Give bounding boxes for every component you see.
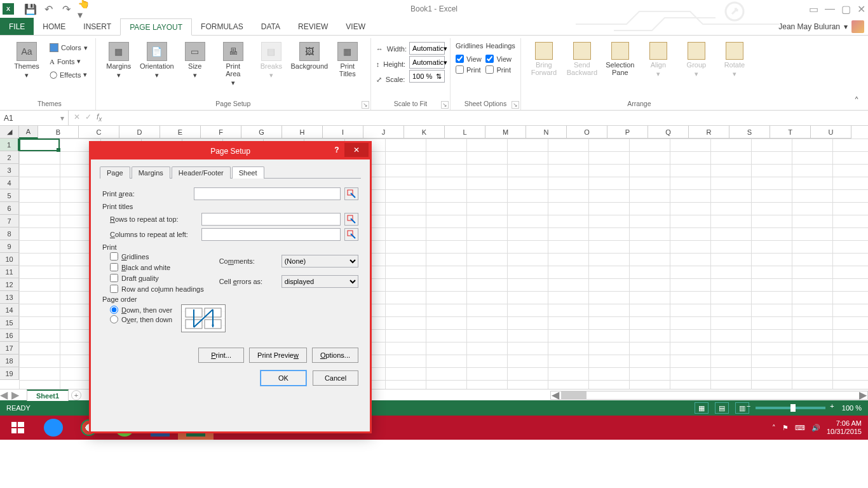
scaletofit-launcher[interactable]: ↘	[441, 101, 449, 109]
add-sheet-button[interactable]: +	[71, 390, 81, 400]
group-button[interactable]: Group▾	[679, 39, 714, 78]
row-header-6[interactable]: 6	[0, 202, 19, 215]
col-header-J[interactable]: J	[363, 126, 404, 139]
col-header-F[interactable]: F	[201, 126, 241, 139]
options-button[interactable]: Options...	[312, 348, 358, 363]
row-header-14[interactable]: 14	[0, 304, 19, 316]
col-header-N[interactable]: N	[526, 126, 567, 139]
cancel-formula-icon[interactable]: ✕	[74, 112, 80, 123]
colsrepeat-picker[interactable]	[344, 228, 358, 241]
select-all-corner[interactable]: ◢	[0, 126, 19, 139]
qat-redo-icon[interactable]: ↷	[61, 4, 71, 14]
qat-save-icon[interactable]: 💾	[25, 4, 36, 14]
col-header-O[interactable]: O	[567, 126, 607, 139]
col-header-E[interactable]: E	[160, 126, 201, 139]
tab-nav-next-icon[interactable]: ▶	[11, 389, 19, 401]
taskbar-app1[interactable]	[36, 416, 71, 440]
col-header-R[interactable]: R	[689, 126, 729, 139]
printpreview-button[interactable]: Print Preview	[249, 348, 307, 363]
rotate-button[interactable]: Rotate▾	[717, 39, 752, 78]
overdown-radio[interactable]: Over, then down	[110, 315, 172, 323]
row-header-8[interactable]: 8	[0, 227, 19, 240]
col-header-G[interactable]: G	[241, 126, 282, 139]
col-header-D[interactable]: D	[119, 126, 160, 139]
themes-button[interactable]: Aa Themes▾	[9, 39, 44, 79]
margins-button[interactable]: ▦Margins▾	[101, 39, 137, 79]
row-header-15[interactable]: 15	[0, 316, 19, 329]
scroll-right-icon[interactable]: ▶	[858, 391, 867, 400]
gridlines-view-checkbox[interactable]: View	[456, 55, 483, 63]
tab-home[interactable]: HOME	[34, 18, 74, 35]
zoom-slider[interactable]	[756, 407, 825, 409]
qat-undo-icon[interactable]: ↶	[43, 4, 53, 14]
dialog-titlebar[interactable]: Page Setup ? ✕	[91, 143, 370, 159]
col-header-M[interactable]: M	[485, 126, 526, 139]
dlg-tab-page[interactable]: Page	[100, 166, 130, 179]
col-header-I[interactable]: I	[323, 126, 363, 139]
col-header-A[interactable]: A	[19, 126, 38, 139]
breaks-button[interactable]: ▤Breaks▾	[254, 39, 289, 79]
ribbon-options-icon[interactable]: ▭	[809, 3, 818, 15]
row-header-12[interactable]: 12	[0, 278, 19, 291]
collapse-ribbon-icon[interactable]: ˄	[849, 38, 864, 110]
start-button[interactable]	[0, 416, 36, 440]
sheet-tab[interactable]: Sheet1	[27, 390, 69, 401]
headings-print-checkbox[interactable]: Print	[485, 65, 515, 74]
row-header-11[interactable]: 11	[0, 266, 19, 278]
row-header-19[interactable]: 19	[0, 367, 19, 380]
col-header-L[interactable]: L	[445, 126, 485, 139]
tab-formulas[interactable]: FORMULAS	[192, 18, 252, 35]
rowcolheadings-checkbox[interactable]: Row and column headings	[110, 285, 204, 293]
cellerrors-select[interactable]: displayed	[281, 275, 358, 288]
close-icon[interactable]: ✕	[857, 3, 865, 15]
dialog-close-icon[interactable]: ✕	[344, 143, 369, 157]
row-header-1[interactable]: 1	[0, 139, 19, 151]
gridlines-print-checkbox[interactable]: Print	[456, 65, 483, 74]
tray-keyboard-icon[interactable]: ⌨	[795, 424, 805, 432]
printarea-picker[interactable]	[344, 187, 358, 200]
row-header-5[interactable]: 5	[0, 189, 19, 202]
printtitles-button[interactable]: ▦Print Titles	[330, 39, 365, 78]
width-select[interactable]: Automatic▾	[409, 42, 445, 55]
dialog-help-icon[interactable]: ?	[329, 146, 344, 154]
downover-radio[interactable]: Down, then over	[110, 306, 172, 314]
row-header-9[interactable]: 9	[0, 240, 19, 253]
tab-review[interactable]: REVIEW	[289, 18, 337, 35]
print-button[interactable]: Print...	[198, 348, 244, 363]
zoom-value[interactable]: 100 %	[842, 404, 862, 412]
pagesetup-launcher[interactable]: ↘	[362, 101, 369, 109]
tray-volume-icon[interactable]: 🔊	[811, 424, 820, 432]
tray-action-icon[interactable]: ⚑	[782, 424, 789, 432]
background-button[interactable]: 🖼Background	[292, 39, 327, 70]
orientation-button[interactable]: 📄Orientation▾	[139, 39, 175, 79]
view-pagelayout-icon[interactable]: ▤	[715, 402, 729, 414]
gridlines-checkbox[interactable]: Gridlines	[110, 252, 204, 261]
col-header-K[interactable]: K	[404, 126, 445, 139]
effects-button[interactable]: ◯Effects▾	[47, 69, 90, 80]
bringforward-button[interactable]: Bring Forward	[526, 39, 562, 76]
scroll-left-icon[interactable]: ◀	[551, 391, 560, 400]
view-normal-icon[interactable]: ▦	[695, 402, 709, 414]
tab-nav-prev-icon[interactable]: ◀	[0, 389, 8, 401]
row-header-10[interactable]: 10	[0, 253, 19, 266]
row-header-7[interactable]: 7	[0, 215, 19, 227]
fonts-button[interactable]: AFonts▾	[47, 56, 90, 67]
sheetoptions-launcher[interactable]: ↘	[512, 101, 519, 109]
tab-view[interactable]: VIEW	[337, 18, 374, 35]
col-header-T[interactable]: T	[770, 126, 811, 139]
col-header-U[interactable]: U	[811, 126, 851, 139]
colsrepeat-input[interactable]	[201, 228, 341, 241]
row-header-3[interactable]: 3	[0, 164, 19, 177]
row-header-18[interactable]: 18	[0, 355, 19, 367]
tab-file[interactable]: FILE	[0, 18, 34, 35]
cancel-button[interactable]: Cancel	[313, 370, 358, 386]
col-header-S[interactable]: S	[729, 126, 770, 139]
rowsrepeat-picker[interactable]	[344, 213, 358, 226]
selectionpane-button[interactable]: Selection Pane	[602, 39, 638, 76]
col-header-Q[interactable]: Q	[648, 126, 689, 139]
row-header-13[interactable]: 13	[0, 291, 19, 304]
tray-up-icon[interactable]: ˄	[772, 424, 776, 432]
row-header-16[interactable]: 16	[0, 329, 19, 342]
col-header-C[interactable]: C	[79, 126, 119, 139]
dlg-tab-margins[interactable]: Margins	[132, 166, 170, 179]
